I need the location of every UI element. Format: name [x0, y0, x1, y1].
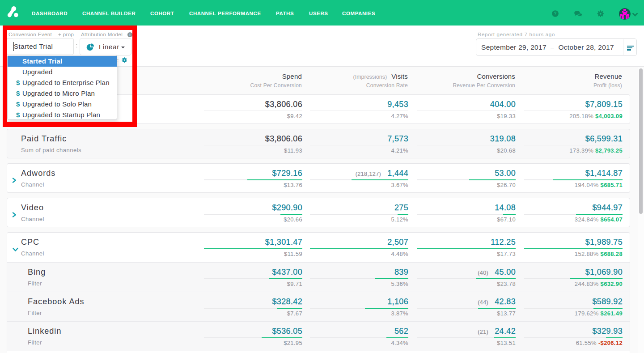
svg-text:?: ? [554, 11, 557, 16]
